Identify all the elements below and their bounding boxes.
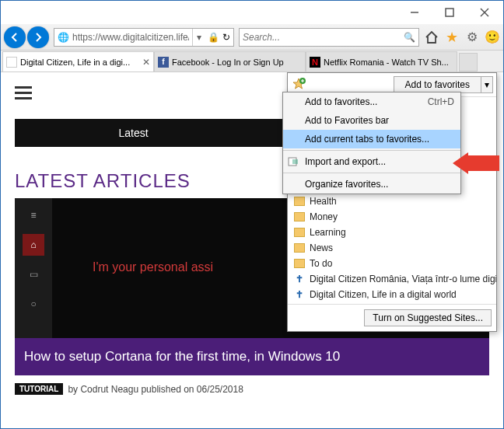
refresh-icon[interactable]: ↻ <box>222 32 230 43</box>
navigation-toolbar: 🌐 ▾ 🔒 ↻ 🔍 ★ ⚙ 🙂 <box>1 24 503 51</box>
url-input[interactable] <box>72 32 189 43</box>
menu-add-to-favorites[interactable]: Add to favorites...Ctrl+D <box>283 92 460 111</box>
tab-label: Facebook - Log In or Sign Up <box>172 58 302 67</box>
favorites-icon[interactable]: ★ <box>444 30 460 45</box>
doc-icon: ▭ <box>23 263 44 285</box>
fav-folder[interactable]: News <box>288 240 496 256</box>
nav-latest[interactable]: Latest <box>15 119 252 147</box>
home-icon[interactable] <box>424 30 439 45</box>
folder-icon <box>294 197 305 206</box>
tab[interactable]: N Netflix Romania - Watch TV Sh... <box>306 51 457 72</box>
facebook-icon: f <box>158 57 169 68</box>
article-tag: TUTORIAL <box>15 383 63 395</box>
smiley-icon[interactable]: 🙂 <box>485 30 500 45</box>
window-titlebar <box>1 1 503 24</box>
folder-icon <box>294 259 305 268</box>
hamburger-icon[interactable] <box>15 86 32 99</box>
menu-icon: ≡ <box>23 204 44 226</box>
menu-add-current-tabs[interactable]: Add current tabs to favorites... <box>283 130 460 148</box>
annotation-arrow <box>453 152 499 176</box>
menu-import-export[interactable]: Import and export... <box>283 152 460 171</box>
add-to-favorites-dropdown[interactable]: ▾ <box>481 76 493 93</box>
menu-organize-favorites[interactable]: Organize favorites... <box>283 175 460 194</box>
tab-label: Netflix Romania - Watch TV Sh... <box>324 58 453 67</box>
menu-add-to-favorites-bar[interactable]: Add to Favorites bar <box>283 111 460 130</box>
fav-link[interactable]: ✝Digital Citizen România, Viața într-o l… <box>288 271 496 287</box>
article-byline: by Codrut Neagu published on 06/25/2018 <box>68 384 243 395</box>
back-button[interactable] <box>4 26 26 48</box>
settings-icon[interactable]: ⚙ <box>464 30 480 45</box>
maximize-button[interactable] <box>432 2 467 23</box>
address-bar[interactable]: 🌐 ▾ 🔒 ↻ <box>54 28 234 47</box>
fav-link[interactable]: ✝Digital Citizen, Life in a digital worl… <box>288 287 496 302</box>
tab-label: Digital Citizen, Life in a digi... <box>20 58 139 67</box>
folder-icon <box>294 228 305 237</box>
search-bar[interactable]: 🔍 <box>239 28 419 47</box>
fav-folder[interactable]: To do <box>288 256 496 271</box>
search-input[interactable] <box>243 32 404 43</box>
menu-separator <box>283 173 460 173</box>
home-sim-icon: ⌂ <box>23 234 44 256</box>
add-to-favorites-button[interactable]: Add to favorites <box>394 76 481 93</box>
search-icon[interactable]: 🔍 <box>404 32 415 43</box>
forward-button[interactable] <box>27 26 49 48</box>
favorites-panel: Add to favorites ▾ Favo T C D G Home Hea… <box>287 72 497 332</box>
tab-strip: Digital Citizen, Life in a digi... ✕ f F… <box>1 51 503 72</box>
article-title: How to setup Cortana for the first time,… <box>15 338 489 375</box>
new-tab-button[interactable] <box>459 53 478 72</box>
menu-separator <box>283 150 460 151</box>
tab-close-icon[interactable]: ✕ <box>142 57 150 68</box>
folder-icon <box>294 243 305 253</box>
import-export-icon <box>288 155 300 168</box>
add-favorite-icon[interactable] <box>291 77 306 92</box>
url-dropdown[interactable]: ▾ <box>192 29 205 46</box>
svg-rect-1 <box>446 9 453 16</box>
tab[interactable]: f Facebook - Log In or Sign Up <box>154 51 306 72</box>
netflix-icon: N <box>310 57 320 68</box>
link-icon: ✝ <box>294 289 305 300</box>
cortana-text: I'm your personal assi <box>93 260 213 274</box>
add-favorites-menu: Add to favorites...Ctrl+D Add to Favorit… <box>282 92 461 194</box>
lock-icon: 🔒 <box>208 32 219 43</box>
fav-folder[interactable]: Health <box>288 194 496 209</box>
tab-favicon <box>6 57 17 68</box>
fav-folder[interactable]: Money <box>288 209 496 225</box>
site-icon: 🌐 <box>58 32 69 43</box>
content-area: DIGITAL CI Latest LATEST ARTICLES ≡ ⌂ ▭ … <box>1 72 503 429</box>
suggested-sites-button[interactable]: Turn on Suggested Sites... <box>364 309 492 326</box>
tab-active[interactable]: Digital Citizen, Life in a digi... ✕ <box>2 51 154 72</box>
circle-icon: ○ <box>23 293 44 315</box>
fav-folder[interactable]: Learning <box>288 225 496 240</box>
link-icon: ✝ <box>294 274 305 284</box>
minimize-button[interactable] <box>397 2 432 23</box>
close-button[interactable] <box>467 2 502 23</box>
folder-icon <box>294 212 305 221</box>
